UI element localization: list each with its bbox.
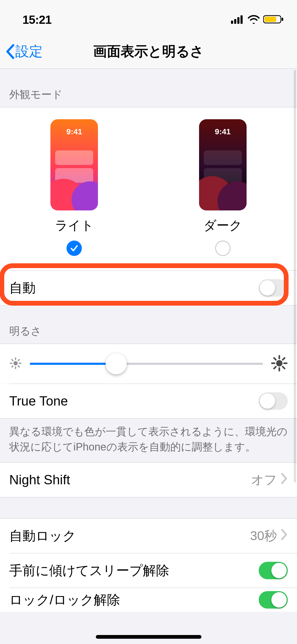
cellular-icon (231, 15, 244, 25)
nav-bar: 設定 画面表示と明るさ (0, 34, 297, 69)
lock-unlock-row: ロック/ロック解除 (0, 588, 297, 612)
truetone-label: True Tone (9, 393, 68, 409)
checkmark-icon (70, 244, 79, 253)
appearance-option-dark[interactable]: 9:41 ダーク (149, 119, 297, 256)
automatic-toggle[interactable] (259, 279, 288, 297)
svg-line-22 (283, 367, 285, 369)
svg-rect-0 (231, 21, 233, 24)
autolock-label: 自動ロック (9, 527, 76, 545)
svg-line-15 (18, 360, 19, 361)
lock-unlock-toggle[interactable] (259, 591, 288, 609)
svg-line-24 (283, 358, 285, 360)
home-indicator (96, 635, 201, 639)
svg-point-16 (276, 360, 282, 366)
section-header-appearance: 外観モード (0, 69, 297, 107)
truetone-toggle[interactable] (259, 392, 288, 410)
raise-to-wake-toggle[interactable] (259, 562, 288, 579)
chevron-right-icon (281, 529, 288, 543)
section-header-brightness: 明るさ (0, 305, 297, 344)
light-label: ライト (55, 217, 94, 234)
svg-rect-3 (241, 15, 243, 24)
truetone-row: True Tone (0, 384, 297, 418)
dark-preview-thumb: 9:41 (199, 119, 247, 210)
dark-label: ダーク (204, 217, 242, 234)
status-time: 15:21 (13, 13, 51, 27)
lock-unlock-label: ロック/ロック解除 (9, 591, 120, 609)
sun-large-icon (271, 355, 288, 373)
dark-radio[interactable] (215, 241, 230, 256)
night-shift-row[interactable]: Night Shift オフ (0, 463, 297, 497)
appearance-option-light[interactable]: 9:41 ライト (0, 119, 149, 256)
sun-small-icon (9, 357, 22, 371)
svg-line-21 (274, 358, 276, 360)
page-title: 画面表示と明るさ (0, 42, 297, 61)
back-label: 設定 (15, 42, 43, 61)
svg-point-7 (13, 361, 18, 365)
svg-rect-6 (282, 18, 283, 21)
night-shift-label: Night Shift (9, 472, 70, 487)
svg-line-23 (274, 367, 276, 369)
chevron-left-icon (5, 44, 15, 59)
night-shift-value: オフ (251, 471, 277, 488)
preview-time: 9:41 (199, 127, 247, 136)
automatic-label: 自動 (9, 279, 36, 297)
battery-icon (263, 15, 284, 25)
svg-line-13 (18, 366, 19, 367)
svg-rect-5 (265, 17, 276, 22)
brightness-slider-row (0, 344, 297, 384)
svg-line-14 (12, 366, 13, 367)
status-bar: 15:21 (0, 0, 297, 34)
svg-rect-2 (237, 17, 239, 24)
truetone-footer: 異なる環境でも色が一貫して表示されるように、環境光の状況に応じてiPhoneの表… (0, 418, 297, 462)
light-preview-thumb: 9:41 (50, 119, 98, 210)
wifi-icon (247, 15, 260, 25)
chevron-right-icon (281, 473, 288, 487)
status-right (231, 15, 284, 25)
raise-to-wake-row: 手前に傾けてスリープ解除 (0, 553, 297, 588)
automatic-row: 自動 (0, 271, 297, 305)
autolock-value: 30秒 (250, 527, 277, 544)
preview-time: 9:41 (50, 127, 98, 136)
back-button[interactable]: 設定 (0, 42, 43, 61)
svg-line-12 (12, 360, 13, 361)
autolock-row[interactable]: 自動ロック 30秒 (0, 519, 297, 553)
light-radio[interactable] (67, 241, 82, 256)
svg-rect-1 (234, 19, 236, 24)
appearance-selector: 9:41 ライト 9:41 ダーク (0, 107, 297, 270)
brightness-slider[interactable] (30, 358, 263, 369)
raise-to-wake-label: 手前に傾けてスリープ解除 (9, 562, 169, 579)
scroll-indicator (294, 70, 296, 482)
